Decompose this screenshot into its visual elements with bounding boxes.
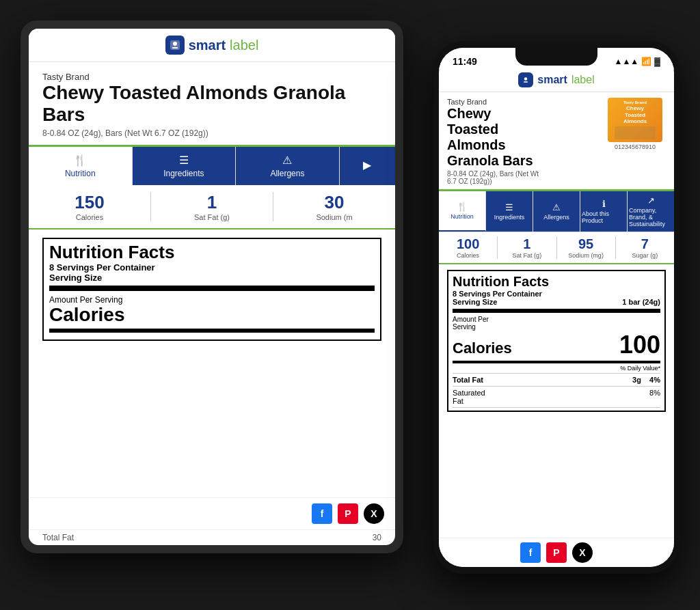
stat-sodium-label: Sodium (m [273, 213, 395, 221]
stat-satfat-value: 1 [151, 192, 273, 213]
tab-ingredients[interactable]: ☰ Ingredients [133, 147, 237, 185]
logo-smart-text: smart [189, 38, 226, 53]
logo-icon [165, 36, 185, 55]
phone-product-info: Tasty Brand ChewyToastedAlmondsGranola B… [439, 92, 674, 191]
ingredients-icon: ☰ [179, 154, 189, 167]
pnf-total-fat-label: Total Fat [453, 376, 483, 384]
svg-point-3 [524, 77, 528, 81]
pnf-sat-fat-label: SaturatedFat [453, 389, 485, 405]
pnf-calories-value: 100 [619, 331, 660, 359]
pnf-serving-size: Serving Size 1 bar (24g) [453, 298, 660, 313]
barcode-text: 012345678910 [615, 143, 656, 150]
nf-title: Nutrition Facts [49, 243, 375, 261]
nf-calories-label: Calories [49, 305, 375, 326]
pnf-sat-fat: SaturatedFat 8% [453, 387, 660, 408]
phone-tab-allergens[interactable]: ⚠ Allergens [533, 191, 580, 232]
tablet-product-subtitle: 8-0.84 OZ (24g), Bars (Net Wt 6.7 OZ (19… [42, 128, 381, 138]
tablet-product-title: Chewy Toasted Almonds Granola Bars [42, 82, 381, 126]
phone-nutrition-icon: 🍴 [457, 202, 468, 212]
phone-pinterest-icon[interactable]: P [546, 542, 567, 563]
phone-x-icon[interactable]: X [572, 542, 593, 563]
total-fat-value: 30 [373, 533, 381, 542]
pnf-calories-label: Calories [453, 339, 512, 357]
pinterest-icon[interactable]: P [338, 503, 358, 524]
phone-screen: 11:49 ▲▲▲ 📶 ▓ smartlabel [439, 48, 674, 567]
svg-rect-4 [524, 81, 528, 83]
phone-brand: Tasty Brand [447, 98, 599, 106]
phone-company-icon: ↗ [647, 195, 655, 206]
phone-product-sub: 8-0.84 OZ (24g), Bars (Net Wt6.7 OZ (192… [447, 170, 599, 185]
phone-stat-calories: 100 Calories [439, 236, 498, 259]
nf-servings: 8 Servings Per Container [49, 262, 375, 273]
phone-tab-ingredients-label: Ingredients [494, 214, 525, 221]
phone-nutrition-panel: Nutrition Facts 8 Servings Per Container… [439, 264, 674, 538]
product-box-brand-text: Tasty Brand [623, 100, 647, 105]
nf-amount: Amount Per Serving [49, 295, 375, 305]
pnf-calories-row: Calories 100 [453, 331, 660, 363]
tablet-brand: Tasty Brand [42, 72, 381, 82]
phone-allergens-icon: ⚠ [552, 202, 561, 212]
more-icon: ▶ [363, 158, 371, 171]
tablet-nav: 🍴 Nutrition ☰ Ingredients ⚠ Allergens ▶ [29, 147, 395, 185]
stat-satfat: 1 Sat Fat (g) [151, 192, 273, 221]
phone-stat-sugar-label: Sugar (g) [616, 252, 674, 259]
pnf-total-fat-dv: 4% [649, 376, 660, 384]
phone-product-title: ChewyToastedAlmondsGranola Bars [447, 106, 599, 169]
phone-stat-satfat-label: Sat Fat (g) [498, 252, 556, 259]
phone-tab-nutrition[interactable]: 🍴 Nutrition [439, 191, 486, 232]
tablet-product-info: Tasty Brand Chewy Toasted Almonds Granol… [29, 62, 395, 147]
pnf-title: Nutrition Facts [453, 274, 660, 290]
phone-tab-allergens-label: Allergens [543, 214, 569, 221]
x-icon[interactable]: X [364, 503, 384, 524]
status-time: 11:49 [453, 56, 477, 67]
tab-nutrition[interactable]: 🍴 Nutrition [29, 147, 133, 185]
tab-more[interactable]: ▶ [340, 147, 395, 185]
tablet-social-bar: f P X [29, 497, 395, 529]
nf-serving-size: Serving Size [49, 273, 375, 291]
logo-label-text: label [230, 38, 258, 53]
pnf-serving-size-label: Serving Size [453, 298, 497, 306]
phone-stat-sodium: 95 Sodium (mg) [557, 236, 616, 259]
tab-ingredients-label: Ingredients [163, 169, 204, 178]
tablet-device: smartlabel Tasty Brand Chewy Toasted Alm… [21, 20, 403, 553]
pnf-total-fat-right: 3g 4% [632, 376, 660, 384]
tab-allergens[interactable]: ⚠ Allergens [236, 147, 340, 185]
pnf-total-fat-amount: 3g [632, 376, 641, 384]
phone-social-bar: f P X [439, 538, 674, 567]
phone-stat-sugar: 7 Sugar (g) [616, 236, 674, 259]
stat-calories-label: Calories [29, 213, 150, 221]
stat-calories: 150 Calories [29, 192, 151, 221]
tablet-stats: 150 Calories 1 Sat Fat (g) 30 Sodium (m [29, 185, 395, 230]
scene: smartlabel Tasty Brand Chewy Toasted Alm… [0, 0, 700, 610]
phone-tab-ingredients[interactable]: ☰ Ingredients [486, 191, 533, 232]
phone-tab-company-label: Company, Brand, & Sustainability [629, 207, 673, 227]
status-icons: ▲▲▲ 📶 ▓ [615, 57, 660, 66]
smartlabel-logo: smartlabel [165, 36, 259, 55]
tablet-header: smartlabel [29, 29, 395, 62]
phone-stat-sodium-label: Sodium (mg) [557, 252, 615, 259]
phone-stat-calories-value: 100 [439, 236, 497, 252]
phone-stat-sodium-value: 95 [557, 236, 615, 252]
tab-nutrition-label: Nutrition [65, 169, 96, 178]
pnf-amount: Amount PerServing [453, 316, 660, 331]
phone-product-image: Tasty Brand ChewyToastedAlmonds 01234567… [604, 98, 666, 152]
phone-tab-about[interactable]: ℹ About this Product [580, 191, 628, 232]
product-box-img-area [615, 126, 656, 139]
facebook-icon[interactable]: f [312, 503, 332, 524]
product-box-name-text: ChewyToastedAlmonds [623, 105, 647, 125]
pnf-sat-fat-dv: 8% [649, 389, 660, 405]
stat-sodium: 30 Sodium (m [273, 192, 395, 221]
pnf-servings: 8 Servings Per Container [453, 290, 660, 298]
pnf-total-fat: Total Fat 3g 4% [453, 374, 660, 387]
phone-facebook-icon[interactable]: f [520, 542, 541, 563]
svg-rect-2 [172, 47, 178, 48]
phone-stats: 100 Calories 1 Sat Fat (g) 95 Sodium (mg… [439, 232, 674, 264]
phone-stat-satfat-value: 1 [498, 236, 556, 252]
total-fat-label: Total Fat [42, 533, 74, 542]
product-box: Tasty Brand ChewyToastedAlmonds [608, 98, 662, 142]
phone-stat-calories-label: Calories [439, 252, 497, 259]
wifi-icon: 📶 [641, 57, 651, 66]
phone-tab-about-label: About this Product [582, 210, 625, 224]
tab-allergens-label: Allergens [270, 169, 304, 178]
phone-tab-company[interactable]: ↗ Company, Brand, & Sustainability [628, 191, 674, 232]
